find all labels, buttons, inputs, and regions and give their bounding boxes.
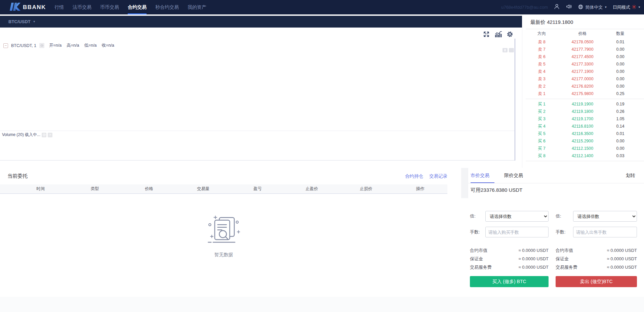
bid-price: 42112.1500 (561, 146, 604, 151)
bid-row[interactable]: 买 4 42116.8100 0.14 (522, 123, 644, 130)
bid-amount: 0.00 (604, 139, 637, 143)
sell-lots-input[interactable] (573, 227, 637, 237)
ask-row[interactable]: 卖 3 42177.0000 0.00 (522, 75, 644, 83)
stat-label: 合约市值 (470, 246, 487, 255)
orders-column-header: 止损价 (339, 186, 393, 192)
bid-side-label: 买 8 (522, 153, 561, 159)
bid-price: 42112.1400 (561, 153, 604, 158)
bid-price: 42116.8100 (561, 124, 604, 129)
sell-stat-row: 保证金 ≈ 0.0000 USDT (556, 255, 637, 263)
bid-amount: 1.05 (604, 117, 637, 121)
link-trade-records[interactable]: 交易记录 (429, 173, 447, 179)
user-icon[interactable] (554, 3, 560, 11)
tab-limit-trade[interactable]: 限价交易 (504, 168, 523, 183)
nav-item-second-contract[interactable]: 秒合约交易 (151, 0, 183, 14)
nav-item-my-assets[interactable]: 我的资产 (183, 0, 211, 14)
top-nav: BBANK 行情 法币交易 币币交易 合约交易 秒合约交易 我的资产 u768e… (0, 0, 644, 14)
tab-market-trade[interactable]: 市价交易 (471, 168, 489, 183)
bid-row[interactable]: 买 1 42119.1900 0.19 (522, 100, 644, 108)
ask-row[interactable]: 卖 6 42177.4500 0.00 (522, 53, 644, 60)
ask-amount: 0.00 (604, 69, 637, 74)
stat-value: ≈ 0.0000 USDT (607, 246, 637, 255)
legend-low: 低=n/a (84, 43, 96, 48)
bid-row[interactable]: 买 5 42116.3500 0.01 (522, 130, 644, 137)
ask-amount: 0.00 (604, 62, 637, 66)
theme-mode-selector[interactable]: 日间模式 ▼ (613, 4, 641, 10)
ask-row[interactable]: 卖 8 42178.0500 0.01 (522, 38, 644, 46)
volume-close-icon[interactable]: × (48, 133, 52, 137)
bid-side-label: 买 4 (522, 124, 561, 129)
brand-logo[interactable]: BBANK (8, 2, 46, 12)
bid-side-label: 买 7 (522, 146, 561, 151)
buy-stat-row: 保证金 ≈ 0.0000 USDT (470, 255, 549, 263)
bid-row[interactable]: 买 2 42119.1800 0.26 (522, 108, 644, 115)
buy-lots-row: 手数: (470, 227, 549, 237)
transfer-link[interactable]: 划转 (626, 173, 635, 179)
link-contract-positions[interactable]: 合约持仓 (405, 173, 423, 179)
orders-column-header: 类型 (68, 186, 122, 192)
ask-row[interactable]: 卖 5 42177.3300 0.00 (522, 60, 644, 68)
indicator-chart-icon[interactable] (495, 31, 501, 38)
pane-divider[interactable] (0, 131, 515, 131)
trade-tabs: 市价交易 限价交易 划转 (468, 168, 644, 183)
symbol-selector[interactable]: BTC/USDT ▼ (0, 16, 522, 28)
footer-strip (0, 297, 644, 312)
brand-logo-icon (8, 2, 21, 12)
ask-side-label: 卖 7 (522, 47, 561, 52)
pane-collapse-button[interactable] (509, 48, 514, 52)
sell-leverage-label: 倍: (556, 213, 573, 219)
bid-side-label: 买 2 (522, 109, 561, 115)
language-selector[interactable]: 简体中文 ▼ (578, 4, 607, 11)
ask-row[interactable]: 卖 4 42177.1900 0.00 (522, 68, 644, 75)
contract-trading-page: BBANK 行情 法币交易 币币交易 合约交易 秒合约交易 我的资产 u768e… (0, 0, 644, 312)
trade-panel: 市价交易 限价交易 划转 可用23376.8380 USDT 倍: 请选择倍数 … (468, 168, 644, 312)
pane-maximize-button[interactable] (502, 48, 508, 52)
legend-collapse-icon[interactable]: − (3, 43, 8, 48)
sell-lots-label: 手数: (556, 229, 573, 235)
bid-row[interactable]: 买 7 42112.1500 0.00 (522, 145, 644, 152)
volume-settings-gear-icon[interactable] (42, 133, 46, 137)
order-book-column-header: 方向 (522, 31, 561, 37)
bid-amount: 0.26 (604, 109, 637, 114)
legend-open: 开=n/a (49, 43, 62, 48)
ask-amount: 0.00 (604, 47, 637, 52)
ask-row[interactable]: 卖 2 42176.8200 0.00 (522, 83, 644, 90)
chart-legend: − BTC/USDT, 1 开=n/a 高=n/a 低=n/a 收=n/a (3, 43, 114, 48)
order-book: 最新价 42119.1800 方向价格数量 卖 8 42178.0500 0.0… (522, 14, 644, 168)
ask-row[interactable]: 卖 7 42177.7900 0.00 (522, 46, 644, 53)
bid-amount: 0.19 (604, 102, 637, 106)
ask-price: 42176.8200 (561, 84, 604, 89)
bid-side-label: 买 3 (522, 116, 561, 122)
nav-item-contract-trade[interactable]: 合约交易 (123, 0, 151, 14)
bid-amount: 0.01 (604, 131, 637, 136)
user-email[interactable]: u768e4fdd77b@au.com (501, 5, 548, 10)
sell-leverage-select[interactable]: 请选择倍数 (573, 211, 637, 222)
sell-short-button[interactable]: 卖出 (做空)BTC (556, 276, 637, 287)
chevron-down-icon: ▼ (33, 20, 36, 23)
no-data-illustration (207, 241, 241, 247)
nav-item-market[interactable]: 行情 (50, 0, 68, 14)
bid-row[interactable]: 买 6 42115.2900 0.00 (522, 137, 644, 145)
buy-long-button[interactable]: 买入 (做多) BTC (470, 276, 549, 287)
ask-price: 42175.9800 (561, 91, 604, 96)
latest-price-label: 最新价 (530, 19, 546, 25)
legend-close: 收=n/a (102, 43, 114, 48)
legend-ohlc-values: 开=n/a 高=n/a 低=n/a 收=n/a (49, 43, 114, 48)
orders-column-header: 操作 (393, 186, 447, 192)
sound-icon[interactable] (566, 3, 572, 11)
legend-high: 高=n/a (67, 43, 79, 48)
bid-row[interactable]: 买 8 42112.1400 0.03 (522, 152, 644, 160)
bid-row[interactable]: 买 3 42119.1700 1.05 (522, 115, 644, 123)
buy-lots-input[interactable] (485, 227, 549, 237)
latest-price-value: 42119.1800 (547, 19, 573, 25)
fullscreen-icon[interactable] (483, 31, 490, 38)
chart-settings-gear-icon[interactable] (507, 31, 513, 38)
legend-series-label: BTC/USDT, 1 (11, 43, 36, 48)
nav-item-fiat-trade[interactable]: 法币交易 (68, 0, 96, 14)
orders-panel-title: 当前委托 (7, 173, 28, 179)
stat-value: ≈ 0.0000 USDT (607, 255, 637, 263)
nav-item-spot-trade[interactable]: 币币交易 (96, 0, 123, 14)
buy-leverage-select[interactable]: 请选择倍数 (485, 211, 549, 222)
ask-row[interactable]: 卖 1 42175.9800 0.25 (522, 90, 644, 97)
bid-price: 42119.1800 (561, 109, 604, 114)
